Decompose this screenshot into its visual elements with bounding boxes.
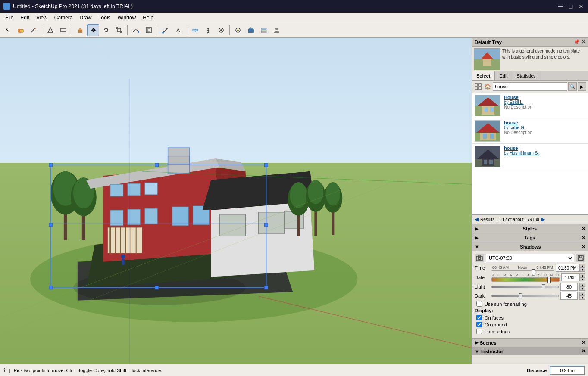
light-value[interactable]: 80 <box>560 283 578 291</box>
component-name-2[interactable]: house <box>504 120 585 125</box>
date-slider[interactable] <box>491 277 560 282</box>
tab-select[interactable]: Select <box>472 71 495 80</box>
component-name-3[interactable]: house <box>504 146 585 151</box>
pencil-tool[interactable] <box>28 24 40 36</box>
offset-tool[interactable] <box>143 24 155 36</box>
date-down-button[interactable]: ▼ <box>579 277 585 281</box>
walk-tool[interactable] <box>202 24 214 36</box>
shapes-tool[interactable] <box>44 24 56 36</box>
close-button[interactable]: ✕ <box>578 3 585 10</box>
tags-close[interactable]: ✕ <box>582 235 585 241</box>
rectangle-tool[interactable] <box>57 24 69 36</box>
svg-rect-109 <box>479 87 481 90</box>
eraser-tool[interactable] <box>15 24 27 36</box>
on-faces-checkbox[interactable] <box>476 315 482 320</box>
search-input[interactable] <box>493 82 567 91</box>
text-tool[interactable]: A <box>172 24 185 36</box>
page-next-button[interactable]: ▶ <box>541 216 545 222</box>
date-value[interactable]: 11/08 <box>561 273 579 281</box>
time-slider[interactable] <box>491 270 554 271</box>
light-down-button[interactable]: ▼ <box>579 287 585 291</box>
viewport[interactable] <box>0 38 472 364</box>
scenes-section-header[interactable]: ▶ Scenes ✕ <box>472 338 588 347</box>
dark-up-button[interactable]: ▲ <box>579 292 585 296</box>
menu-window[interactable]: Window <box>114 14 140 22</box>
extensions-manager-tool[interactable] <box>232 24 244 36</box>
shadows-close[interactable]: ✕ <box>582 244 585 250</box>
camera-icon-button[interactable] <box>475 254 484 262</box>
component-name-1[interactable]: House <box>504 95 585 100</box>
light-slider[interactable] <box>491 286 559 288</box>
scale-tool[interactable] <box>113 24 125 36</box>
menu-help[interactable]: Help <box>139 14 157 22</box>
rotate-tool[interactable] <box>100 24 112 36</box>
component-author-3[interactable]: by Husnil Imam S. <box>504 151 585 155</box>
component-item-1[interactable]: House by Eskil L. No Description <box>472 93 588 118</box>
date-up-button[interactable]: ▲ <box>579 273 585 277</box>
component-item-3[interactable]: house by Husnil Imam S. <box>472 144 588 169</box>
light-up-button[interactable]: ▲ <box>579 283 585 287</box>
svg-rect-36 <box>0 38 472 171</box>
component-item-2[interactable]: house by callie G. No Description <box>472 118 588 144</box>
layers-tool[interactable] <box>258 24 270 36</box>
menu-view[interactable]: View <box>33 14 51 22</box>
from-edges-checkbox[interactable] <box>476 329 482 334</box>
tab-statistics[interactable]: Statistics <box>512 71 540 80</box>
component-list: House by Eskil L. No Description <box>472 93 588 214</box>
on-ground-checkbox[interactable] <box>476 322 482 327</box>
shadows-section-header[interactable]: ▼ Shadows ✕ <box>472 242 588 251</box>
search-home-button[interactable]: 🏠 <box>483 82 492 91</box>
component-author-1[interactable]: by Eskil L. <box>504 100 585 105</box>
3d-warehouse-tool[interactable] <box>245 24 257 36</box>
menu-edit[interactable]: Edit <box>17 14 33 22</box>
instructor-close[interactable]: ✕ <box>582 348 585 354</box>
time-up-button[interactable]: ▲ <box>579 264 585 268</box>
tray-title: Default Tray <box>475 40 502 45</box>
look-tool[interactable] <box>215 24 227 36</box>
move-tool[interactable]: ✥ <box>87 24 99 36</box>
use-sun-checkbox[interactable] <box>476 301 482 307</box>
time-value[interactable]: 01:30 PM <box>556 264 579 272</box>
section-plane-tool[interactable] <box>189 24 201 36</box>
dark-down-button[interactable]: ▼ <box>579 296 585 300</box>
profile-tool[interactable] <box>271 24 283 36</box>
menu-tools[interactable]: Tools <box>95 14 114 22</box>
tab-edit[interactable]: Edit <box>495 71 512 80</box>
tape-tool[interactable] <box>160 24 172 36</box>
tags-section-header[interactable]: ▶ Tags ✕ <box>472 233 588 242</box>
styles-close[interactable]: ✕ <box>582 226 585 232</box>
distance-value[interactable]: 0.94 m <box>550 366 585 375</box>
minimize-button[interactable]: ─ <box>557 3 564 10</box>
menu-draw[interactable]: Draw <box>76 14 95 22</box>
light-thumb[interactable] <box>542 284 545 289</box>
month-M1: M <box>503 273 506 277</box>
toolbar-separator-4 <box>157 25 157 35</box>
dark-value[interactable]: 45 <box>560 292 578 300</box>
tray-pin-button[interactable]: 📌 <box>574 39 580 45</box>
time-down-button[interactable]: ▼ <box>579 268 585 272</box>
search-grid-button[interactable] <box>474 82 482 91</box>
search-submit-button[interactable]: 🔍 <box>568 82 577 91</box>
dark-thumb[interactable] <box>519 293 522 298</box>
dark-slider[interactable] <box>491 295 559 297</box>
select-tool[interactable]: ↖ <box>2 24 14 36</box>
instructor-section-header[interactable]: ▼ Instructor ✕ <box>472 347 588 355</box>
date-label: Date <box>475 275 490 280</box>
styles-section-header[interactable]: ▶ Styles ✕ <box>472 224 588 233</box>
component-author-2[interactable]: by callie G. <box>504 125 585 130</box>
timezone-select[interactable]: UTC-07:00 <box>486 254 574 262</box>
push-pull-tool[interactable] <box>74 24 86 36</box>
date-thumb[interactable] <box>547 277 551 283</box>
time-thumb[interactable] <box>532 269 535 275</box>
scenes-close[interactable]: ✕ <box>582 340 585 345</box>
svg-rect-89 <box>264 286 268 289</box>
time-spinners: ▲ ▼ <box>579 264 585 272</box>
tray-close-button[interactable]: ✕ <box>582 39 585 45</box>
menu-file[interactable]: File <box>2 14 17 22</box>
save-shadows-button[interactable] <box>576 254 585 262</box>
page-prev-button[interactable]: ◀ <box>475 216 479 222</box>
search-nav-button[interactable]: ▶ <box>578 82 586 91</box>
menu-camera[interactable]: Camera <box>51 14 76 22</box>
follow-me-tool[interactable] <box>130 24 142 36</box>
maximize-button[interactable]: □ <box>567 3 574 10</box>
